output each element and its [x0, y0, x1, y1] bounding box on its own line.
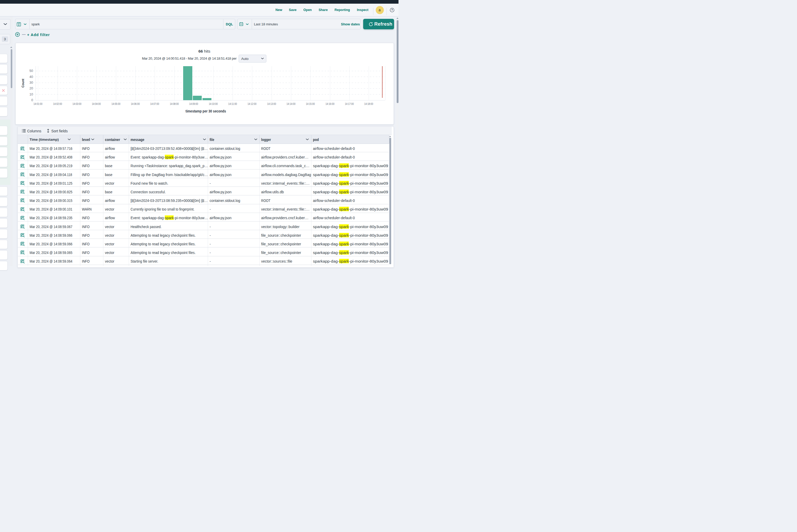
svg-text:?: ?: [391, 8, 393, 12]
